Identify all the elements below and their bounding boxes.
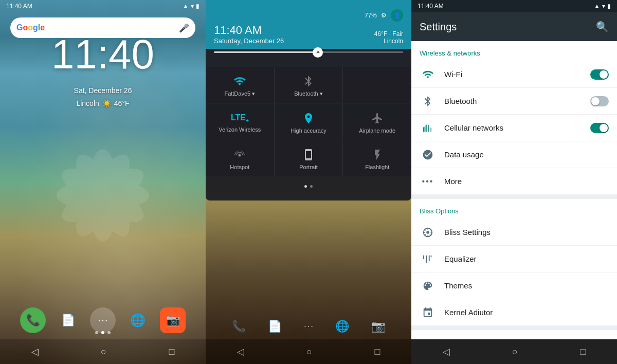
date-display: Sat, December 26	[0, 86, 206, 95]
app-launcher-icon[interactable]: ⋯	[90, 307, 116, 333]
airplane-tile-icon	[371, 112, 384, 124]
hotspot-tile-icon	[233, 149, 246, 161]
phone-app2[interactable]: 📞	[232, 320, 246, 333]
wifi-tile-label: FattDave5 ▾	[224, 90, 255, 97]
airplane-tile[interactable]: Airplane mode	[343, 104, 411, 140]
settings-gear-icon[interactable]: ⚙	[381, 12, 387, 19]
brightness-control[interactable]: ☀	[214, 51, 403, 53]
shade-page-dots	[206, 185, 411, 188]
more-setting-item[interactable]: ••• More	[411, 168, 617, 195]
bliss-section-header: Bliss Options	[411, 199, 617, 219]
shade-dock: 📞 📄 ⋯ 🌐 📷	[206, 320, 411, 333]
bluetooth-setting-item[interactable]: Bluetooth	[411, 88, 617, 115]
user-avatar[interactable]: 👤	[391, 9, 403, 22]
main-clock: 11:40	[0, 31, 206, 78]
kernel-label: Kernel Adiutor	[444, 308, 609, 317]
settings-home-btn[interactable]: ○	[512, 347, 518, 357]
portrait-tile-label: Portrait	[299, 164, 317, 170]
cellular-toggle-thumb	[600, 124, 608, 132]
shade-time: 11:40 AM	[214, 24, 284, 37]
launcher-app2[interactable]: ⋯	[303, 320, 314, 333]
settings-recents-btn[interactable]: □	[580, 347, 586, 357]
location-tile-icon	[302, 112, 315, 124]
settings-status-icons: ▲ ▾ ▮	[594, 3, 611, 10]
section-divider	[411, 195, 617, 199]
more-setting-icon: •••	[420, 173, 436, 190]
back-button[interactable]: ◁	[31, 346, 39, 357]
cellular-setting-label: Cellular networks	[444, 123, 590, 132]
settings-panel: 11:40 AM ▲ ▾ ▮ Settings 🔍 Wireless & net…	[411, 0, 617, 364]
location-tile[interactable]: High accuracy	[275, 104, 343, 140]
device-section-header: Device	[411, 330, 617, 339]
status-icons: ▲ ▾ ▮	[183, 3, 199, 10]
equalizer-item[interactable]: Equalizer	[411, 246, 617, 272]
recents-button[interactable]: □	[169, 347, 174, 357]
status-time: 11:40 AM	[6, 3, 32, 10]
wifi-tile[interactable]: FattDave5 ▾	[206, 67, 274, 103]
cellular-setting-icon	[420, 120, 436, 136]
camera-app2[interactable]: 📷	[371, 320, 385, 333]
homescreen-panel: 11:40 AM ▲ ▾ ▮ Google 🎤 11:40 Sat, Decem…	[0, 0, 206, 364]
hotspot-tile[interactable]: Hotspot	[206, 140, 274, 176]
lte-tile-label: Verizon Wireless	[219, 126, 261, 133]
brightness-track[interactable]: ☀	[214, 51, 403, 53]
camera-app-icon[interactable]: 📷	[160, 307, 186, 333]
bluetooth-toggle-thumb	[591, 97, 600, 105]
home-button[interactable]: ○	[101, 347, 106, 357]
equalizer-label: Equalizer	[444, 254, 609, 263]
settings-search-button[interactable]: 🔍	[596, 21, 609, 33]
settings-title: Settings	[420, 21, 457, 33]
bliss-settings-item[interactable]: Bliss Settings	[411, 219, 617, 246]
chrome-app2[interactable]: 🌐	[335, 320, 349, 333]
portrait-tile[interactable]: Portrait	[275, 140, 343, 176]
bliss-settings-icon	[420, 224, 436, 241]
signal-icon: ▲	[183, 3, 189, 10]
settings-signal-icon: ▲	[594, 3, 600, 10]
flashlight-tile-label: Flashlight	[365, 164, 389, 170]
wifi-tile-icon	[233, 75, 246, 87]
shade-header: 77% ⚙ 👤 11:40 AM Saturday, December 26 4…	[206, 0, 411, 49]
kernel-item[interactable]: Kernel Adiutor	[411, 299, 617, 326]
location-label: Lincoln	[76, 99, 99, 107]
wifi-setting-label: Wi-Fi	[444, 70, 590, 79]
data-usage-icon	[420, 147, 436, 163]
phone-app-icon[interactable]: 📞	[20, 307, 46, 333]
bluetooth-setting-icon	[420, 93, 436, 110]
chrome-app-icon[interactable]: 🌐	[125, 307, 151, 333]
wifi-toggle[interactable]	[590, 69, 609, 80]
shade-back-btn[interactable]: ◁	[237, 346, 244, 357]
settings-back-btn[interactable]: ◁	[443, 346, 450, 357]
wireless-section-header: Wireless & networks	[411, 41, 617, 61]
bluetooth-toggle[interactable]	[590, 96, 609, 106]
docs-app2[interactable]: 📄	[268, 320, 282, 333]
wifi-status-icon: ▾	[191, 3, 194, 10]
data-usage-item[interactable]: Data usage	[411, 141, 617, 168]
brightness-thumb[interactable]: ☀	[313, 47, 323, 58]
airplane-tile-label: Airplane mode	[359, 128, 395, 134]
settings-wifi-icon: ▾	[602, 3, 605, 10]
data-usage-label: Data usage	[444, 150, 609, 159]
wifi-setting-item[interactable]: Wi-Fi	[411, 61, 617, 88]
flashlight-tile[interactable]: Flashlight	[343, 140, 411, 176]
wifi-toggle-thumb	[600, 70, 608, 79]
battery-icon: ▮	[196, 3, 199, 10]
bluetooth-tile[interactable]: Bluetooth ▾	[275, 67, 343, 103]
themes-item[interactable]: Themes	[411, 272, 617, 299]
shade-recents-btn[interactable]: □	[374, 347, 380, 357]
brightness-fill	[214, 51, 318, 53]
settings-body: Wireless & networks Wi-Fi Bluetooth	[411, 41, 617, 339]
cellular-toggle[interactable]	[590, 123, 609, 133]
temperature: 46°F	[114, 99, 130, 107]
shade-home-btn[interactable]: ○	[306, 347, 312, 357]
cellular-setting-item[interactable]: Cellular networks	[411, 115, 617, 141]
svg-point-6	[57, 180, 149, 211]
bluetooth-tile-label: Bluetooth ▾	[294, 90, 323, 97]
navigation-bar: ◁ ○ □	[0, 339, 206, 364]
hotspot-tile-label: Hotspot	[230, 164, 249, 170]
quick-settings-shade[interactable]: 77% ⚙ 👤 11:40 AM Saturday, December 26 4…	[206, 0, 411, 201]
themes-label: Themes	[444, 281, 609, 290]
status-bar: 11:40 AM ▲ ▾ ▮	[0, 0, 206, 12]
docs-app-icon[interactable]: 📄	[55, 307, 81, 333]
svg-point-7	[26, 234, 180, 257]
lte-tile[interactable]: LTE+ Verizon Wireless	[206, 104, 274, 140]
